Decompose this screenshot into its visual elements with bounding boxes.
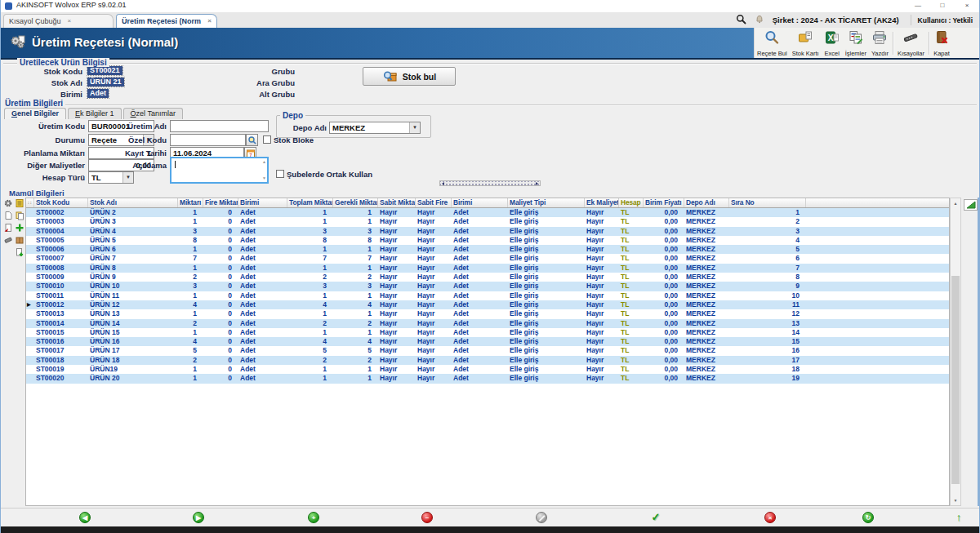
tab-genel-bilgiler[interactable]: Genel Bilgiler — [4, 108, 66, 119]
cell-maliyet-tipi: Elle giriş — [508, 291, 585, 300]
stok-kodu-value[interactable]: ST00021 — [87, 66, 122, 75]
add-page-icon[interactable] — [14, 247, 24, 257]
add-icon[interactable] — [14, 222, 24, 233]
excel-button[interactable]: X Excel — [822, 29, 843, 58]
expand-grid-button[interactable] — [964, 199, 978, 211]
grid-row[interactable]: ST00005 ÜRÜN 5 8 0 Adet 8 8 Hayır Hayır … — [26, 236, 949, 245]
col-header-toplam-miktar[interactable]: Toplam Miktar — [287, 198, 333, 207]
col-header-sabit-fire[interactable]: Sabit Fire — [416, 198, 452, 207]
grid-row[interactable]: ST00020 ÜRÜN 20 1 0 Adet 1 1 Hayır Hayır… — [26, 374, 949, 383]
col-header-sira-no[interactable]: Sıra No — [729, 198, 806, 207]
scroll-up-icon[interactable]: ▲ — [262, 160, 266, 164]
tab-ozel-tanimlar[interactable]: Özel Tanımlar — [123, 108, 183, 119]
settings-gear-icon[interactable] — [2, 198, 13, 208]
close-page-button[interactable]: Kapat — [931, 29, 952, 58]
tab-production-recipe[interactable]: Üretim Reçetesi (Normal) × — [116, 14, 217, 28]
stok-bul-button[interactable]: Stok bul — [363, 67, 456, 86]
scroll-top-button[interactable]: ↑ — [953, 512, 964, 523]
col-header-stok-adi[interactable]: Stok Adı — [88, 198, 178, 207]
ozel-kodu-input[interactable] — [170, 134, 246, 146]
splitter-handle[interactable] — [439, 180, 541, 186]
stok-adi-value[interactable]: ÜRÜN 21 — [87, 78, 124, 87]
grid-row[interactable]: ST00010 ÜRÜN 10 3 0 Adet 3 3 Hayır Hayır… — [26, 282, 949, 291]
copy-icon[interactable] — [14, 210, 24, 220]
cell-toplam-miktar: 1 — [287, 217, 333, 226]
aciklama-textarea[interactable]: ▲ ▼ — [170, 157, 269, 184]
notification-bell-icon[interactable] — [755, 13, 764, 28]
grid-row[interactable]: ST00006 ÜRÜN 6 1 0 Adet 1 1 Hayır Hayır … — [26, 245, 949, 254]
birimi-value[interactable]: Adet — [87, 89, 109, 98]
search-icon[interactable] — [736, 13, 746, 28]
tab-shortcut-bar[interactable]: Kısayol Çubuğu × — [3, 14, 114, 28]
tab-ek-bilgiler-1[interactable]: Ek Bilgiler 1 — [68, 108, 122, 119]
cell-birimi-2: Adet — [452, 227, 508, 236]
delete-row-button[interactable]: − — [421, 512, 433, 523]
grid-row[interactable]: ST00003 ÜRÜN 3 1 0 Adet 1 1 Hayır Hayır … — [26, 217, 949, 226]
package-icon[interactable] — [14, 234, 24, 245]
refresh-button[interactable]: ↻ — [862, 512, 874, 523]
tab-close-icon[interactable]: × — [207, 18, 212, 24]
grid-row[interactable]: ST00018 ÜRÜN 18 2 0 Adet 2 2 Hayır Hayır… — [26, 356, 949, 365]
col-header-stok-kodu[interactable]: Stok Kodu — [34, 198, 88, 207]
grid-vertical-scrollbar[interactable]: ▲ ▼ — [950, 198, 961, 506]
confirm-button[interactable]: ✓ — [650, 512, 662, 523]
grid-row[interactable]: ST00013 ÜRÜN 13 1 0 Adet 1 1 Hayır Hayır… — [26, 309, 949, 318]
minimize-button[interactable]: — — [906, 0, 930, 12]
col-header-birimi[interactable]: Birimi — [238, 198, 287, 207]
cell-birim-fiyati: 0,00 — [644, 282, 684, 291]
close-button[interactable]: × — [955, 0, 979, 12]
col-header-birimi-2[interactable]: Birimi — [452, 198, 508, 207]
scroll-down-icon[interactable]: ▼ — [262, 176, 266, 180]
delete-page-icon[interactable] — [2, 222, 13, 233]
print-button[interactable]: Yazdır — [869, 29, 891, 58]
col-header-birim-fiyati[interactable]: Birim Fiyatı — [644, 198, 684, 207]
grid-row[interactable]: ST00014 ÜRÜN 14 2 0 Adet 2 2 Hayır Hayır… — [26, 319, 949, 328]
maximize-button[interactable]: □ — [930, 0, 955, 12]
text-caret — [175, 161, 176, 168]
col-header-maliyet-tipi[interactable]: Maliyet Tipi — [508, 198, 585, 207]
previous-record-button[interactable]: ◀ — [79, 512, 91, 523]
ozel-kodu-search-button[interactable] — [246, 134, 258, 146]
tab-close-icon[interactable]: × — [68, 18, 72, 24]
col-header-hesap[interactable]: Hesap — [619, 198, 644, 207]
hesap-turu-select[interactable]: TL▼ — [88, 171, 134, 184]
shortcuts-button[interactable]: Kısayollar — [895, 29, 927, 58]
grid-row[interactable]: ST00007 ÜRÜN 7 7 0 Adet 7 7 Hayır Hayır … — [26, 254, 949, 263]
depo-adi-select[interactable]: MERKEZ▼ — [329, 122, 421, 134]
cancel-button[interactable]: × — [764, 512, 776, 523]
recipe-find-button[interactable]: Reçete Bul — [755, 29, 790, 58]
subelerde-ortak-checkbox[interactable] — [276, 170, 284, 178]
grid-grip-icon[interactable]: ∷ — [26, 198, 34, 207]
scroll-up-icon[interactable]: ▲ — [951, 198, 960, 208]
grid-row[interactable]: ST00004 ÜRÜN 4 3 0 Adet 3 3 Hayır Hayır … — [26, 227, 949, 236]
cell-sabit-miktar: Hayır — [378, 236, 416, 245]
scroll-down-icon[interactable]: ▼ — [951, 495, 960, 505]
col-header-ek-maliyet[interactable]: Ek Maliyet — [585, 198, 619, 207]
grid-row[interactable]: ST00002 ÜRÜN 2 1 0 Adet 1 1 Hayır Hayır … — [26, 208, 949, 217]
col-header-miktari[interactable]: Miktarı — [178, 198, 203, 207]
cell-birimi-2: Adet — [452, 356, 508, 365]
new-page-icon[interactable] — [2, 210, 13, 220]
add-row-button[interactable]: + — [308, 512, 319, 523]
grid-row[interactable]: ST00008 ÜRÜN 8 1 0 Adet 1 1 Hayır Hayır … — [26, 264, 949, 273]
operations-button[interactable]: İşlemler — [843, 29, 869, 58]
notes-icon[interactable] — [14, 198, 24, 208]
grid-row[interactable]: ST00011 ÜRÜN 11 1 0 Adet 1 1 Hayır Hayır… — [26, 291, 949, 300]
grid-row[interactable]: ST00015 ÜRÜN 15 1 0 Adet 1 1 Hayır Hayır… — [26, 328, 949, 337]
eraser-icon[interactable] — [2, 234, 13, 245]
next-record-button[interactable]: ▶ — [193, 512, 204, 523]
uretim-adi-input[interactable] — [170, 120, 269, 132]
edit-row-button[interactable] — [536, 512, 547, 523]
grid-row[interactable]: ST00017 ÜRÜN 17 5 0 Adet 5 5 Hayır Hayır… — [26, 346, 949, 355]
col-header-fire-miktari[interactable]: Fire Miktarı — [203, 198, 238, 207]
grid-row[interactable]: ST00019 ÜRÜN19 1 0 Adet 1 1 Hayır Hayır … — [26, 365, 949, 374]
col-header-depo-adi[interactable]: Depo Adı — [684, 198, 729, 207]
col-header-sabit-miktar[interactable]: Sabit Miktar — [378, 198, 416, 207]
scrollbar-thumb[interactable] — [951, 276, 960, 484]
grid-row[interactable]: ST00009 ÜRÜN 9 2 0 Adet 2 2 Hayır Hayır … — [26, 273, 949, 282]
stock-card-button[interactable]: Stok Kartı — [790, 29, 822, 58]
grid-row[interactable]: ST00016 ÜRÜN 16 4 0 Adet 4 4 Hayır Hayır… — [26, 337, 949, 346]
stok-bloke-checkbox[interactable] — [263, 135, 271, 144]
grid-row[interactable]: ST00012 ÜRÜN 12 4 0 Adet 4 4 Hayır Hayır… — [26, 300, 949, 309]
col-header-gerekli-miktar[interactable]: Gerekli Miktar — [333, 198, 378, 207]
